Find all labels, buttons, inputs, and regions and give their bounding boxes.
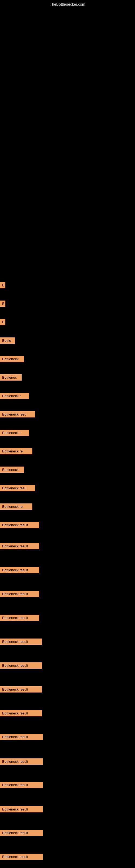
bottleneck-result-item: Bottleneck (0, 356, 24, 362)
bottleneck-result-item: Bottleneck result (0, 543, 39, 549)
bottleneck-result-item: Bottleneck result (0, 854, 43, 860)
bottleneck-result-item: Bottleneck result (0, 522, 39, 528)
bottleneck-result-item: Bottleneck result (0, 639, 42, 645)
bottleneck-result-item: B (0, 282, 5, 288)
bottleneck-result-item: Bottleneck result (0, 567, 39, 573)
bottleneck-result-item: Bottleneck resu (0, 485, 35, 491)
bottleneck-result-item: Bottleneck r (0, 393, 29, 399)
bottleneck-result-item: Bottleneck result (0, 662, 42, 669)
bottleneck-result-item: Bottleneck result (0, 830, 43, 836)
bottleneck-result-item: Bottlenec (0, 374, 21, 380)
bottleneck-result-item: Bottleneck result (0, 806, 43, 812)
bottleneck-result-item: Bottleneck resu (0, 411, 35, 417)
site-title: TheBottlenecker.com (0, 0, 135, 9)
bottleneck-result-item: B (0, 319, 5, 325)
bottleneck-result-item: Bottleneck result (0, 686, 42, 692)
bottleneck-result-item: Bottleneck re (0, 503, 32, 510)
bottleneck-result-item: Bottleneck r (0, 430, 29, 436)
bottleneck-result-item: Bottleneck result (0, 782, 43, 788)
bottleneck-result-item: Bottleneck result (0, 591, 39, 597)
bottleneck-result-item: Bottleneck result (0, 710, 42, 716)
bottleneck-result-item: Bottleneck result (0, 734, 43, 740)
bottleneck-result-item: Bottle (0, 337, 15, 344)
bottleneck-result-item: Bottleneck result (0, 615, 39, 621)
bottleneck-result-item: Bottleneck re (0, 448, 32, 454)
bottleneck-result-item: Bottleneck result (0, 758, 43, 765)
bottleneck-result-item: Bottleneck (0, 467, 24, 473)
bottleneck-result-item: B (0, 301, 5, 307)
